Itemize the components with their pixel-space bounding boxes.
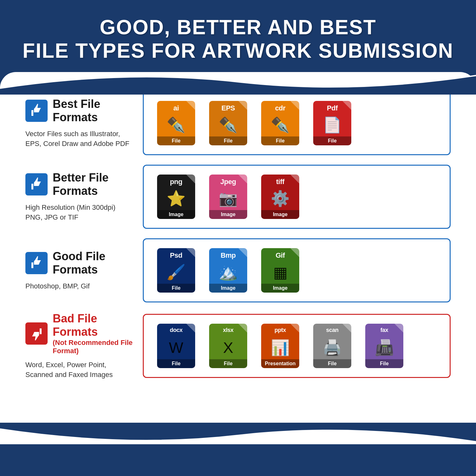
pdf-file-icon: Pdf 📄 File: [310, 101, 354, 145]
better-thumb-icon: [25, 173, 48, 195]
png-file-icon: png ⭐ Image: [154, 175, 198, 219]
footer-dark: [0, 444, 476, 476]
bad-info: Bad File Formats (Not Recommended File F…: [25, 312, 133, 380]
thumbs-down-icon: [30, 327, 43, 340]
ai-file-icon: ai ✒️ File: [154, 101, 198, 145]
bmp-file-icon: Bmp 🏔️ Image: [206, 248, 250, 293]
scan-file-icon: scan 🖨️ File: [310, 324, 354, 368]
good-label: Good File Formats: [53, 250, 133, 276]
best-desc: Vector Files such as Illustrator,EPS, Co…: [25, 129, 133, 149]
good-thumb-icon: [25, 252, 48, 274]
better-files-panel: png ⭐ Image Jpeg 📷 Image tiff: [143, 165, 451, 229]
bad-files-panel: docx W File xlsx X File pptx: [143, 314, 451, 378]
best-label: Best File Formats: [53, 97, 133, 124]
best-info: Best File Formats Vector Files such as I…: [25, 97, 133, 149]
bad-thumb-icon: [25, 322, 48, 345]
better-row: Better File Formats High Resolution (Min…: [25, 165, 451, 229]
psd-file-icon: Psd 🖌️ File: [154, 248, 198, 293]
best-thumb-icon: [25, 100, 48, 122]
title-section: GOOD, BETTER AND BEST FILE TYPES FOR ART…: [0, 0, 476, 72]
better-desc: High Resolution (Min 300dpi)PNG, JPG or …: [25, 203, 133, 222]
main-title: GOOD, BETTER AND BEST FILE TYPES FOR ART…: [19, 16, 457, 63]
jpeg-file-icon: Jpeg 📷 Image: [206, 175, 250, 219]
better-label: Better File Formats: [53, 171, 133, 198]
better-info: Better File Formats High Resolution (Min…: [25, 171, 133, 222]
good-row: Good File Formats Photoshop, BMP, Gif Ps…: [25, 238, 451, 302]
thumbs-up-icon-3: [30, 256, 43, 270]
good-info: Good File Formats Photoshop, BMP, Gif: [25, 250, 133, 291]
page-wrapper: GOOD, BETTER AND BEST FILE TYPES FOR ART…: [0, 0, 476, 476]
docx-file-icon: docx W File: [154, 324, 198, 368]
best-row: Best File Formats Vector Files such as I…: [25, 91, 451, 155]
thumbs-up-icon: [30, 104, 43, 118]
content-area: Best File Formats Vector Files such as I…: [0, 72, 476, 444]
bad-sublabel: (Not Recommended File Format): [53, 339, 133, 355]
fax-file-icon: fax 📠 File: [362, 324, 407, 368]
bad-desc: Word, Excel, Power Point,Scanned and Fax…: [25, 360, 133, 380]
bad-row: Bad File Formats (Not Recommended File F…: [25, 312, 451, 380]
gif-file-icon: Gif ▦ Image: [258, 248, 302, 293]
tiff-file-icon: tiff ⚙️ Image: [258, 175, 302, 219]
pptx-file-icon: pptx 📊 Presentation: [258, 324, 302, 368]
good-files-panel: Psd 🖌️ File Bmp 🏔️ Image Gif: [143, 238, 451, 302]
cdr-file-icon: cdr ✒️ File: [258, 101, 302, 145]
best-files-panel: ai ✒️ File EPS ✒️ File cdr: [143, 91, 451, 155]
eps-file-icon: EPS ✒️ File: [206, 101, 250, 145]
bad-label: Bad File Formats: [53, 312, 98, 338]
xlsx-file-icon: xlsx X File: [206, 324, 250, 368]
good-desc: Photoshop, BMP, Gif: [25, 281, 133, 291]
thumbs-up-icon-2: [30, 177, 43, 191]
